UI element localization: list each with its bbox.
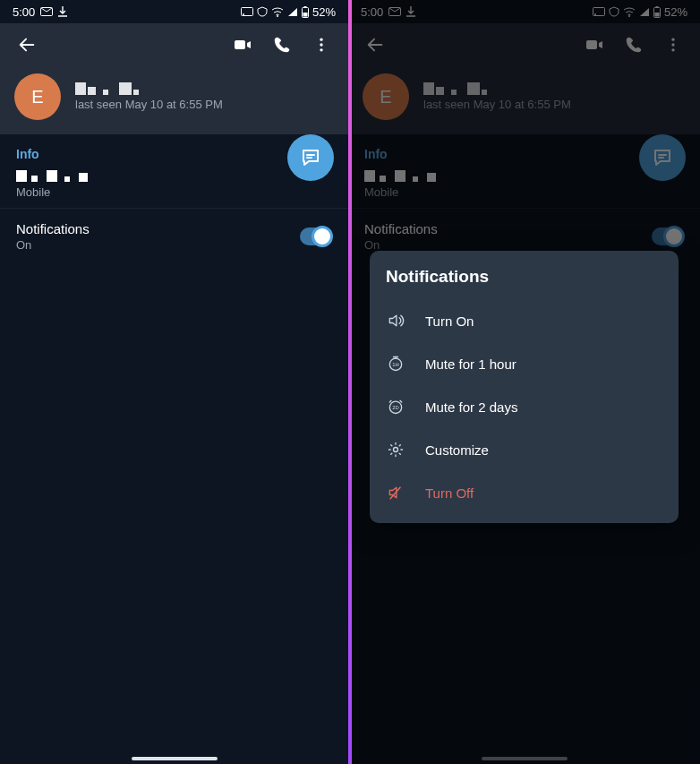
contact-name — [75, 82, 223, 95]
wifi-icon — [271, 7, 284, 17]
svg-point-3 — [277, 15, 278, 17]
more-menu-button[interactable] — [302, 25, 341, 64]
svg-point-8 — [320, 39, 322, 41]
avatar-letter: E — [31, 87, 43, 107]
notifications-status: On — [16, 238, 90, 252]
popup-item-label: Mute for 1 hour — [425, 356, 516, 372]
svg-text:2D: 2D — [392, 405, 398, 410]
popup-item-turn-on[interactable]: Turn On — [386, 299, 662, 342]
popup-item-mute-2d[interactable]: 2D Mute for 2 days — [386, 385, 662, 428]
phone-type-label: Mobile — [16, 185, 332, 199]
notifications-toggle[interactable] — [300, 227, 332, 245]
clock-1h-icon: 1H — [386, 355, 405, 373]
popup-item-label: Turn On — [425, 313, 474, 329]
voice-call-button[interactable] — [262, 25, 302, 64]
phone-number-row[interactable]: Mobile — [16, 170, 332, 199]
popup-title: Notifications — [386, 263, 662, 290]
svg-point-10 — [320, 48, 322, 51]
avatar[interactable]: E — [14, 73, 61, 120]
phone-screen-left: 5:00 52% — [0, 0, 348, 764]
nav-handle[interactable] — [132, 757, 218, 760]
svg-text:1H: 1H — [392, 362, 398, 367]
notifications-popup: Notifications Turn On 1H Mute for 1 hour… — [370, 251, 679, 523]
message-fab[interactable] — [287, 134, 334, 181]
video-call-button[interactable] — [223, 25, 262, 64]
popup-item-turn-off[interactable]: Turn Off — [386, 471, 662, 514]
status-bar: 5:00 52% — [0, 0, 348, 23]
svg-rect-6 — [303, 13, 307, 17]
svg-point-26 — [394, 448, 398, 452]
gear-icon — [386, 441, 405, 459]
redacted-phone — [16, 170, 332, 182]
mail-icon — [40, 7, 53, 16]
popup-item-label: Customize — [425, 442, 489, 458]
popup-item-customize[interactable]: Customize — [386, 428, 662, 471]
popup-item-label: Mute for 2 days — [425, 399, 517, 415]
download-icon — [58, 6, 67, 17]
svg-rect-7 — [235, 40, 245, 49]
notifications-row[interactable]: Notifications On — [0, 209, 348, 264]
clock-2d-icon: 2D — [386, 398, 405, 416]
info-section-title: Info — [16, 147, 332, 161]
app-toolbar — [0, 23, 348, 66]
phone-screen-right: 5:00 52% E — [348, 0, 700, 764]
svg-point-9 — [320, 43, 322, 46]
svg-point-2 — [243, 13, 244, 15]
svg-rect-5 — [303, 6, 306, 8]
battery-percent: 52% — [312, 5, 336, 19]
sound-off-icon — [386, 484, 405, 502]
cast-icon — [241, 7, 253, 17]
popup-item-mute-1h[interactable]: 1H Mute for 1 hour — [386, 342, 662, 385]
popup-item-label: Turn Off — [425, 485, 474, 501]
sound-on-icon — [386, 312, 405, 330]
battery-icon — [302, 6, 309, 18]
vpn-icon — [257, 6, 268, 17]
redacted-name — [75, 82, 139, 95]
last-seen-text: last seen May 10 at 6:55 PM — [75, 98, 223, 111]
signal-icon — [287, 7, 298, 17]
status-time: 5:00 — [13, 5, 35, 19]
back-button[interactable] — [7, 25, 47, 64]
comparison-divider — [348, 0, 352, 764]
notifications-title: Notifications — [16, 221, 90, 236]
contact-header: E last seen May 10 at 6:55 PM — [0, 66, 348, 134]
